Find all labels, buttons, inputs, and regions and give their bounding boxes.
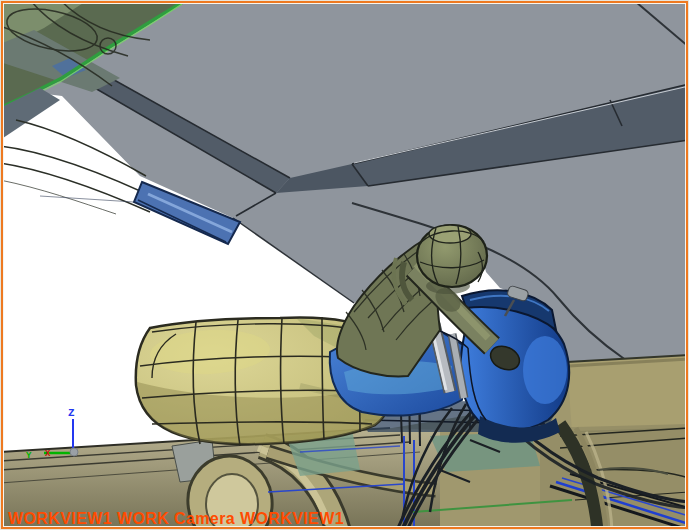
fairing-sheen bbox=[523, 336, 567, 404]
model-scene: Z Y X WORKVIEW1 WORK Camera WORKVIEW1 bbox=[0, 0, 689, 530]
cad-window: Z Y X WORKVIEW1 WORK Camera WORKVIEW1 bbox=[0, 0, 689, 530]
view-state-label: WORKVIEW1 WORK Camera WORKVIEW1 bbox=[8, 510, 344, 527]
x-axis-label: X bbox=[45, 449, 51, 459]
helmet[interactable] bbox=[417, 225, 487, 287]
y-axis-label: Y bbox=[26, 451, 32, 461]
z-axis-label: Z bbox=[68, 407, 75, 419]
origin-dot bbox=[70, 448, 78, 456]
graphics-viewport[interactable]: Z Y X WORKVIEW1 WORK Camera WORKVIEW1 bbox=[0, 0, 689, 530]
